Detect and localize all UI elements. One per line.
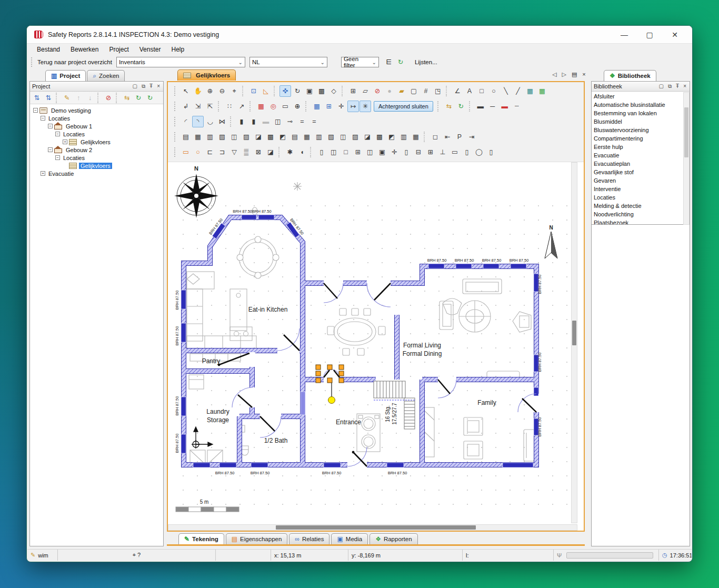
tab-zoeken[interactable]: ⌕Zoeken xyxy=(87,70,125,81)
back-to-overview-button[interactable]: Terug naar project overzicht xyxy=(36,59,116,65)
filter-icon[interactable]: ⋿ xyxy=(383,56,395,68)
sofa-right-icon[interactable]: ⊐ xyxy=(216,146,228,158)
tree-expander[interactable]: − xyxy=(41,116,45,121)
toolbar-grip[interactable] xyxy=(174,102,177,111)
tree-item-gelijkvloers[interactable]: +Gelijkvloers xyxy=(31,138,162,146)
table-icon[interactable]: □ xyxy=(340,146,352,158)
tree-expander[interactable]: − xyxy=(55,132,60,136)
thin-line-tool[interactable]: ╱ xyxy=(512,85,524,97)
line-style-red[interactable]: ▬ xyxy=(499,101,511,112)
lamp-symbol[interactable] xyxy=(328,397,335,404)
text-tool[interactable]: A xyxy=(464,85,475,97)
cabinet-b-icon[interactable]: ⊞ xyxy=(425,146,436,158)
wall-fill-tool[interactable]: ▬ xyxy=(260,116,272,127)
parking-left-icon[interactable]: ⇥ xyxy=(466,131,477,143)
elevator-left-icon[interactable]: ⇤ xyxy=(442,131,453,143)
tree-item-gebouw-1[interactable]: −Gebouw 1 xyxy=(31,122,162,130)
toilet-icon[interactable]: ▯ xyxy=(485,146,497,158)
close-button[interactable]: ✕ xyxy=(670,31,680,39)
tab-project[interactable]: ▥Project xyxy=(45,70,86,81)
move-down-icon[interactable]: ↓ xyxy=(84,92,96,104)
open-icon[interactable]: ▰ xyxy=(396,85,407,97)
snap-corner-icon[interactable]: ↲ xyxy=(180,101,192,112)
toolbar-grip[interactable] xyxy=(31,57,34,67)
zoom-out-tool[interactable]: ⊖ xyxy=(216,85,228,97)
line-style-thick[interactable]: ▬ xyxy=(475,101,486,112)
pan-tool[interactable]: ✋ xyxy=(192,85,204,97)
crop-icon[interactable]: # xyxy=(420,85,432,97)
tree-item-gebouw-2[interactable]: −Gebouw 2 xyxy=(31,146,162,154)
library-item[interactable]: Melding & detectie xyxy=(592,202,690,210)
tree-expander[interactable]: + xyxy=(41,171,45,176)
float-panel-icon[interactable]: ⧉ xyxy=(668,83,672,89)
measure-icon[interactable]: ↦ xyxy=(347,101,359,112)
door-right-tool[interactable]: ◝ xyxy=(192,116,204,127)
forbid-icon[interactable]: ⊘ xyxy=(372,85,383,97)
refresh3-icon[interactable]: ↻ xyxy=(455,101,467,112)
parking-icon[interactable]: P xyxy=(454,131,465,143)
snap-north-icon[interactable]: ✳ xyxy=(359,101,371,112)
counter-icon[interactable]: ▭ xyxy=(449,146,461,158)
copy-icon[interactable]: ⊞ xyxy=(347,85,359,97)
bed-icon[interactable]: ▭ xyxy=(180,146,192,158)
zoom-region-tool[interactable]: ⌖ xyxy=(228,85,240,97)
tree-expander[interactable]: − xyxy=(55,155,60,160)
library-item[interactable]: Evacuatieplan xyxy=(592,160,690,168)
sofa-left-icon[interactable]: ⊏ xyxy=(204,146,216,158)
library-item[interactable]: Bluswatervoorziening xyxy=(592,126,690,134)
menu-venster[interactable]: Venster xyxy=(135,45,166,54)
carpet-icon[interactable]: ▒ xyxy=(241,146,252,158)
sink2-icon[interactable]: ⊥ xyxy=(437,146,448,158)
stairs-short[interactable]: ▥ xyxy=(398,131,410,143)
sort-order-icon[interactable]: ⇅ xyxy=(31,92,43,104)
pointer-tool[interactable]: ↖ xyxy=(180,85,192,97)
stairs-open[interactable]: ▩ xyxy=(374,131,385,143)
stairs-down[interactable]: ▦ xyxy=(301,131,313,143)
disabled-icon[interactable]: ● xyxy=(384,85,395,97)
bring-front-icon[interactable]: ▣ xyxy=(304,85,315,97)
vent-tool[interactable]: ⊸ xyxy=(284,116,296,127)
refresh-icon[interactable]: ↻ xyxy=(395,56,406,68)
toolbar-grip[interactable] xyxy=(174,86,177,96)
close-background-button[interactable]: Achtergrond sluiten xyxy=(374,101,433,112)
screen-icon[interactable]: ⊡ xyxy=(248,85,259,97)
bed2-icon[interactable]: ◫ xyxy=(328,146,339,158)
double-line-a[interactable]: = xyxy=(296,116,308,127)
window-plan-tool[interactable]: ◫ xyxy=(272,116,284,127)
tree-expander[interactable]: − xyxy=(33,108,38,113)
dot-grid-icon[interactable]: ∷ xyxy=(224,101,235,112)
stairs-double[interactable]: ▨ xyxy=(349,131,361,143)
table-x-icon[interactable]: ⊠ xyxy=(253,146,264,158)
stairs-curved-b[interactable]: ▨ xyxy=(241,131,252,143)
toolbar-grip[interactable] xyxy=(174,147,177,157)
filter-dropdown[interactable]: Geen filter ⌄ xyxy=(341,57,379,67)
tree-item-locaties[interactable]: −Locaties xyxy=(31,130,162,138)
menu-bewerken[interactable]: Bewerken xyxy=(66,45,103,54)
tree-item-demo-vestiging[interactable]: −Demo vestiging xyxy=(31,106,162,114)
library-scrollbar[interactable] xyxy=(683,92,690,225)
library-item[interactable]: Locaties xyxy=(592,193,690,202)
door-double-tool[interactable]: ◡ xyxy=(204,116,216,127)
chair-icon[interactable]: ▽ xyxy=(228,146,240,158)
tree-expander[interactable]: − xyxy=(48,124,53,128)
ruler-icon[interactable]: ◺ xyxy=(260,85,272,97)
edit-tag-icon[interactable]: ✎ xyxy=(61,92,73,104)
elevator-icon[interactable]: ◻ xyxy=(430,131,441,143)
tab-list-icon[interactable]: ▤ xyxy=(572,71,577,78)
maximize-panel-icon[interactable]: ▢ xyxy=(132,83,137,89)
tree-item-locaties[interactable]: −Locaties xyxy=(31,114,162,122)
stairs-quarter[interactable]: ▩ xyxy=(265,131,276,143)
tree-item-evacuatie[interactable]: +Evacuatie xyxy=(31,170,162,177)
library-item[interactable]: Bestemming van lokalen xyxy=(592,109,690,117)
tree-item-gelijkvloers[interactable]: Gelijkvloers xyxy=(31,162,162,170)
library-item[interactable]: Afsluiter xyxy=(592,92,690,101)
tab-gelijkvloers[interactable]: Gelijkvloers xyxy=(177,69,236,81)
block-icon[interactable]: ⊘ xyxy=(103,92,114,104)
snap-out-icon[interactable]: ⇱ xyxy=(204,101,216,112)
jump-icon[interactable]: ↗ xyxy=(236,101,247,112)
tree-item-locaties[interactable]: −Locaties xyxy=(31,154,162,162)
line-tool[interactable]: ╲ xyxy=(500,85,512,97)
library-item[interactable]: Plaatsbezoek xyxy=(592,218,690,225)
move-tool[interactable]: ✜ xyxy=(279,85,291,97)
swap2-icon[interactable]: ⇆ xyxy=(443,101,455,112)
